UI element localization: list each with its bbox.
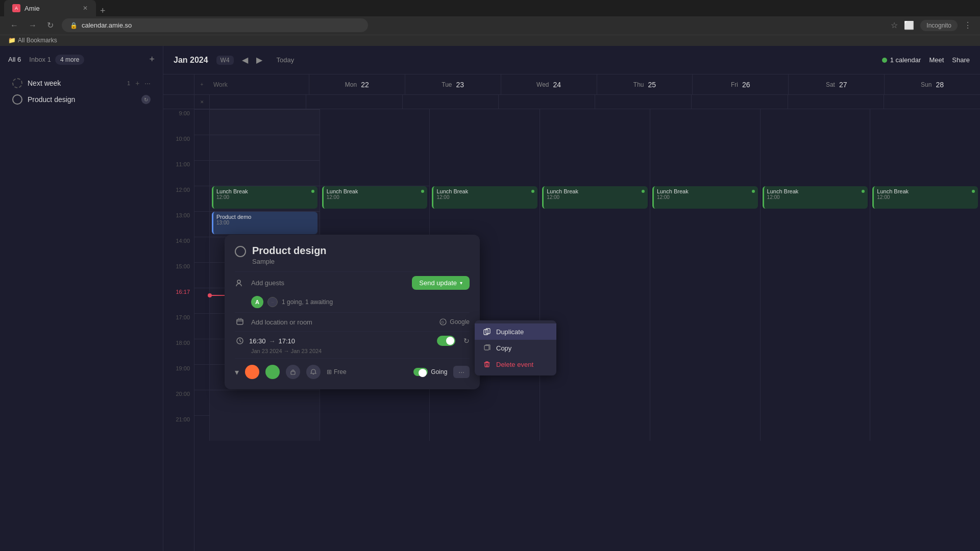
sidebar-tabs: All 6 Inbox 1 4 more + bbox=[0, 54, 163, 71]
day-col-sun[interactable]: Lunch Break 12:00 bbox=[870, 109, 980, 441]
today-button[interactable]: Today bbox=[271, 54, 301, 66]
collapse-icon[interactable]: ▾ bbox=[235, 367, 239, 377]
lunch-break-fri[interactable]: Lunch Break 12:00 bbox=[652, 186, 758, 209]
product-demo-event[interactable]: Product demo 13:00 bbox=[212, 212, 317, 234]
calendar-header-right: 1 calendar Meet Share bbox=[882, 56, 970, 64]
day-header-tue: Tue 23 bbox=[405, 74, 501, 94]
add-location-label[interactable]: Add location or room bbox=[251, 318, 433, 326]
allday-cell-work bbox=[209, 95, 306, 109]
clock-icon bbox=[235, 336, 245, 346]
day-col-work[interactable] bbox=[194, 109, 209, 551]
allday-cell-tue[interactable] bbox=[402, 95, 499, 109]
allday-cell-wed[interactable] bbox=[498, 95, 595, 109]
popup-task-circle[interactable] bbox=[235, 246, 246, 257]
arrow-icon: → bbox=[269, 337, 276, 345]
delete-menu-item[interactable]: Delete event bbox=[475, 356, 556, 372]
next-week-options-button[interactable]: ··· bbox=[144, 79, 151, 87]
sidebar-toggle-icon[interactable]: ⬜ bbox=[904, 20, 914, 30]
refresh-button[interactable]: ↻ bbox=[45, 18, 56, 32]
color-green-button[interactable] bbox=[265, 365, 280, 379]
add-item-button[interactable]: + bbox=[149, 54, 155, 65]
plus-icon: + bbox=[201, 82, 204, 87]
allday-cell-sat[interactable] bbox=[788, 95, 884, 109]
guest-avatar-secondary: ·· bbox=[267, 297, 278, 307]
prev-week-button[interactable]: ◀ bbox=[242, 55, 248, 65]
allday-cell-sun[interactable] bbox=[884, 95, 980, 109]
time-range: 16:30 → 17:10 bbox=[249, 337, 433, 345]
copy-menu-item[interactable]: Copy bbox=[475, 340, 556, 356]
copy-icon bbox=[483, 344, 491, 352]
tab-close-button[interactable]: ✕ bbox=[83, 5, 88, 12]
incognito-badge: Incognito bbox=[920, 20, 958, 31]
google-button[interactable]: G Google bbox=[439, 318, 470, 325]
forward-button[interactable]: → bbox=[27, 19, 39, 32]
date-end: Jan 23 2024 bbox=[291, 348, 322, 354]
lock-icon-button[interactable] bbox=[286, 365, 300, 379]
app: All 6 Inbox 1 4 more + Next week 1 + ···… bbox=[0, 46, 980, 551]
day-col-sat[interactable]: Lunch Break 12:00 bbox=[760, 109, 870, 441]
wed-name: Wed bbox=[536, 81, 549, 88]
grid-icon: ⊞ bbox=[327, 368, 332, 375]
tue-num: 23 bbox=[456, 81, 464, 89]
time-end: 17:10 bbox=[279, 337, 296, 345]
refresh-time-icon[interactable]: ↻ bbox=[463, 337, 470, 345]
time-start: 16:30 bbox=[249, 337, 266, 345]
date-range: Jan 23 2024 → Jan 23 2024 bbox=[251, 348, 470, 358]
add-next-week-button[interactable]: + bbox=[135, 79, 139, 87]
sidebar-tab-inbox[interactable]: Inbox 1 bbox=[29, 56, 51, 63]
guests-icon bbox=[235, 278, 245, 288]
send-update-button[interactable]: Send update ▾ bbox=[412, 276, 470, 290]
calendar-indicator: 1 calendar bbox=[882, 56, 921, 64]
color-orange-button[interactable] bbox=[245, 365, 259, 379]
lunch-break-thu[interactable]: Lunch Break 12:00 bbox=[542, 186, 648, 209]
tue-name: Tue bbox=[442, 81, 452, 88]
star-icon[interactable]: ☆ bbox=[891, 20, 898, 30]
allday-cell-mon[interactable] bbox=[306, 95, 402, 109]
svg-text:G: G bbox=[442, 320, 444, 324]
sidebar-item-product-design[interactable]: Product design ↻ bbox=[8, 91, 155, 108]
time-toggle[interactable] bbox=[437, 336, 455, 346]
day-col-thu[interactable]: Lunch Break 12:00 bbox=[540, 109, 650, 441]
going-toggle[interactable] bbox=[413, 368, 428, 376]
bell-icon-button[interactable] bbox=[306, 365, 321, 379]
next-week-button[interactable]: ▶ bbox=[256, 55, 262, 65]
free-status[interactable]: ⊞ Free bbox=[327, 368, 347, 375]
sat-name: Sat bbox=[826, 81, 835, 88]
share-button[interactable]: Share bbox=[952, 56, 970, 64]
allday-cell-fri[interactable] bbox=[691, 95, 788, 109]
more-options-button[interactable]: ··· bbox=[453, 366, 470, 378]
meet-button[interactable]: Meet bbox=[929, 56, 944, 64]
lunch-break-sun[interactable]: Lunch Break 12:00 bbox=[872, 186, 978, 209]
free-label: Free bbox=[334, 368, 347, 375]
time-13: 13:00 bbox=[163, 211, 194, 237]
duplicate-menu-item[interactable]: Duplicate bbox=[475, 323, 556, 340]
time-12: 12:00 bbox=[163, 186, 194, 211]
popup-title: Product design bbox=[252, 245, 327, 257]
add-guests-label[interactable]: Add guests bbox=[251, 279, 406, 287]
more-chrome-button[interactable]: ⋮ bbox=[964, 20, 972, 30]
day-header-mon: Mon 22 bbox=[309, 74, 405, 94]
lunch-break-sat[interactable]: Lunch Break 12:00 bbox=[763, 186, 868, 209]
time-21: 21:00 bbox=[163, 415, 194, 441]
sidebar-item-next-week[interactable]: Next week 1 + ··· bbox=[8, 75, 155, 91]
calendar-color-dot bbox=[882, 58, 887, 63]
address-bar[interactable]: 🔒 calendar.amie.so bbox=[62, 18, 368, 32]
back-button[interactable]: ← bbox=[8, 19, 20, 32]
time-16: 16:17 bbox=[163, 288, 194, 313]
sidebar-tab-all[interactable]: All 6 bbox=[8, 56, 21, 63]
active-tab[interactable]: A Amie ✕ bbox=[4, 0, 96, 16]
going-status[interactable]: Going bbox=[413, 368, 447, 376]
day-col-fri[interactable]: Lunch Break 12:00 bbox=[650, 109, 760, 441]
popup-subtitle: Sample bbox=[252, 258, 327, 265]
more-tabs-button[interactable]: 4 more bbox=[55, 55, 84, 65]
lunch-break-wed[interactable]: Lunch Break 12:00 bbox=[432, 186, 537, 209]
time-14: 14:00 bbox=[163, 237, 194, 262]
lunch-break-tue[interactable]: Lunch Break 12:00 bbox=[322, 186, 428, 209]
allday-cell-thu[interactable] bbox=[595, 95, 691, 109]
lunch-break-mon[interactable]: Lunch Break 12:00 bbox=[212, 186, 317, 209]
day-header-sat: Sat 27 bbox=[788, 74, 884, 94]
next-week-label: Next week bbox=[28, 79, 122, 87]
new-tab-button[interactable]: + bbox=[96, 6, 110, 16]
bookmarks-label: All Bookmarks bbox=[18, 37, 57, 44]
lunch-time-mon: 12:00 bbox=[216, 194, 314, 200]
